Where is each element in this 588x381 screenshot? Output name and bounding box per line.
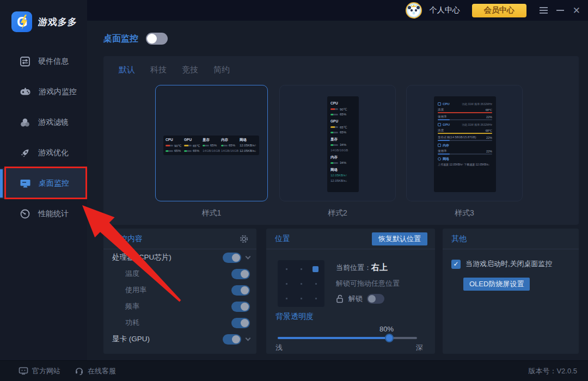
opacity-min-label: 浅 — [275, 343, 283, 353]
sec-name: CPU — [330, 100, 356, 106]
style-card-2-wrap: CPU 90℃ 65% GPU 65℃ 65% 显存 34% 14GB/16GB… — [279, 85, 396, 218]
ram-icon — [438, 144, 441, 147]
monitor-row-frequency: 频率 — [103, 298, 256, 315]
main-content: 桌面监控 默认 科技 竞技 简约 CPU 90℃ 65% — [87, 21, 588, 360]
minimize-icon[interactable] — [556, 10, 564, 11]
sec-value: 34% — [340, 161, 346, 164]
sec-name: 内存 — [443, 143, 449, 148]
sec-value: 12.05KB/s↓ — [330, 178, 356, 183]
headset-icon — [75, 366, 84, 376]
panda-avatar-icon — [407, 3, 421, 17]
sec-name: 显存 — [330, 136, 356, 142]
cpu-icon — [438, 102, 441, 106]
oled-settings-button[interactable]: OLED防烧屏设置 — [463, 278, 530, 291]
gauge-icon — [20, 208, 30, 219]
sidebar-item-label: 游戏优化 — [38, 148, 69, 158]
vip-center-button[interactable]: 会员中心 — [472, 4, 526, 17]
position-panel-title: 位置 — [275, 234, 290, 244]
gear-icon[interactable] — [239, 234, 249, 244]
sec-value: 14GB/16GB — [330, 148, 356, 153]
row-value: 68℃ — [486, 129, 492, 132]
chevron-down-icon[interactable] — [246, 335, 251, 341]
row-label: 显卡 (GPU) — [112, 334, 150, 344]
temperature-toggle[interactable] — [231, 269, 250, 279]
close-on-game-row: ✓ 当游戏启动时,关闭桌面监控 — [451, 259, 553, 269]
sidebar-item-label: 硬件信息 — [38, 57, 69, 66]
row-label: 温度 — [438, 128, 444, 132]
style-card-1-label: 样式1 — [155, 208, 268, 218]
version-label: 版本号：V2.0.5 — [528, 366, 577, 376]
tab-simple[interactable]: 简约 — [213, 65, 230, 75]
tab-tech[interactable]: 科技 — [150, 65, 167, 75]
gamepad-icon — [20, 87, 31, 97]
col-name: CPU — [166, 137, 183, 143]
style-card-3[interactable]: CPU 功耗:31W 频率:3632MHz 温度68℃ 使用率22% GPU 功… — [406, 85, 523, 201]
sec-value: 65% — [340, 113, 346, 116]
desktop-monitor-toggle[interactable] — [146, 33, 168, 45]
current-position-label: 当前位置： — [336, 263, 371, 272]
sidebar-item-hardware-info[interactable]: 硬件信息 — [0, 46, 87, 77]
sec-value: 65% — [340, 131, 346, 134]
sec-value: 65℃ — [340, 125, 347, 129]
tab-default[interactable]: 默认 — [119, 65, 135, 75]
style3-preview-widget: CPU 功耗:31W 频率:3632MHz 温度68℃ 使用率22% GPU 功… — [434, 96, 496, 192]
current-position: 当前位置：右上 — [336, 262, 388, 273]
tab-esports[interactable]: 竞技 — [182, 65, 198, 75]
widget-col-ram: 内存 65% 14GB/16GB — [221, 137, 238, 153]
cpu-toggle[interactable] — [223, 253, 241, 263]
row-label: 频率 — [125, 302, 139, 311]
monitor-content-panel: 监控内容 处理器 (CPU芯片) 温度 使用率 频率 — [103, 229, 256, 354]
slider-fill — [278, 337, 389, 339]
sidebar-item-label: 游戏内监控 — [39, 87, 77, 97]
gpu-toggle[interactable] — [223, 334, 241, 345]
online-support-link[interactable]: 在线客服 — [75, 366, 116, 376]
monitor-row-temperature: 温度 — [103, 266, 256, 282]
unlock-row: 解锁 — [336, 294, 384, 304]
sec-value: 90℃ — [340, 107, 347, 111]
col-name: 网络 — [240, 137, 257, 143]
close-icon[interactable]: ✕ — [573, 6, 580, 15]
other-panel-title: 其他 — [451, 234, 467, 244]
sidebar-item-performance-stats[interactable]: 性能统计 — [0, 199, 87, 229]
frequency-toggle[interactable] — [231, 302, 250, 312]
network-icon — [438, 157, 441, 161]
opacity-value: 80% — [379, 325, 394, 333]
filter-circles-icon — [20, 117, 30, 128]
monitor-row-usage: 使用率 — [103, 282, 256, 298]
style-card-2[interactable]: CPU 90℃ 65% GPU 65℃ 65% 显存 34% 14GB/16GB… — [279, 85, 396, 201]
position-selected-top-right[interactable] — [313, 266, 318, 272]
style-card-1[interactable]: CPU 90℃ 65% GPU 65℃ 65% 显存 65% 14GB/ — [155, 85, 268, 201]
menu-icon[interactable] — [540, 7, 548, 14]
sec-value: 34% — [340, 143, 346, 146]
opacity-label: 背景透明度 — [275, 312, 314, 322]
official-website-link[interactable]: 官方网站 — [19, 366, 60, 376]
reset-position-button[interactable]: 恢复默认位置 — [372, 232, 427, 245]
official-website-label: 官方网站 — [32, 366, 60, 376]
user-center-link[interactable]: 个人中心 — [430, 5, 460, 15]
app-name: 游戏多多 — [38, 16, 78, 28]
row-label: 使用率 — [438, 149, 447, 153]
sidebar-item-game-optimize[interactable]: 游戏优化 — [0, 138, 87, 168]
sidebar-item-ingame-monitor[interactable]: 游戏内监控 — [0, 77, 87, 107]
power-toggle[interactable] — [231, 318, 250, 328]
user-avatar[interactable] — [406, 2, 422, 19]
sec-meta: 功耗:31W 频率:3632MHz — [462, 123, 492, 126]
close-on-game-label: 当游戏启动时,关闭桌面监控 — [465, 259, 553, 269]
close-on-game-checkbox[interactable]: ✓ — [451, 260, 461, 269]
col-value: 65% — [174, 149, 181, 152]
unlock-hint: 解锁可拖动任意位置 — [336, 279, 400, 288]
opacity-slider[interactable] — [278, 337, 417, 339]
unlock-toggle[interactable] — [367, 294, 384, 304]
style-tabs: 默认 科技 竞技 简约 — [103, 56, 579, 75]
rocket-icon — [20, 148, 30, 158]
position-grid[interactable] — [278, 260, 324, 307]
usage-toggle[interactable] — [231, 285, 250, 296]
slider-thumb[interactable] — [385, 334, 394, 342]
col-value: 65% — [193, 149, 199, 152]
sidebar-item-game-filter[interactable]: 游戏滤镜 — [0, 107, 87, 138]
app-window: 个人中心 会员中心 ✕ G 游戏多多 — [0, 0, 588, 381]
gpu-icon — [438, 123, 441, 126]
page-title: 桌面监控 — [103, 33, 138, 45]
chevron-down-icon[interactable] — [246, 254, 251, 259]
position-panel-header: 位置 恢复默认位置 — [266, 229, 435, 249]
